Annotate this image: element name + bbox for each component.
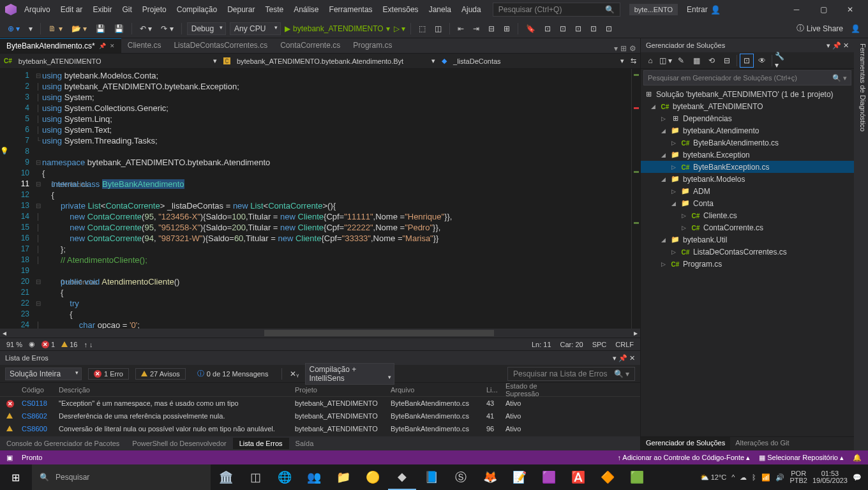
taskview-icon[interactable]: ◫ [241, 464, 269, 490]
weather-widget[interactable]: ⛅ 12°C [700, 473, 727, 482]
menu-teste[interactable]: Teste [260, 3, 289, 17]
solution-search-input[interactable]: Pesquisar em Gerenciador de Soluções (Ct… [643, 70, 851, 85]
warnings-toggle[interactable]: 27 Avisos [135, 368, 186, 380]
home-icon[interactable]: ⌂ [643, 54, 657, 68]
cloud-icon[interactable]: ☁ [740, 473, 747, 482]
expand-icon[interactable]: ▷ [671, 188, 678, 195]
expand-icon[interactable]: ▷ [671, 164, 678, 170]
tree-item[interactable]: ▷C#ListaDeContasCorrentes.cs [641, 246, 854, 258]
teams-icon[interactable]: 👥 [300, 464, 328, 490]
encoding-indicator[interactable]: CRLF [615, 341, 634, 348]
breakpoint-gutter[interactable]: 💡 [0, 69, 9, 329]
tb-uncomment[interactable]: ⊞ [501, 23, 513, 34]
menu-arquivo[interactable]: Arquivo [19, 3, 56, 17]
lang-indicator[interactable]: PORPTB2 [789, 470, 807, 484]
tb-comment[interactable]: ⊟ [486, 23, 497, 34]
expand-icon[interactable]: ◢ [661, 176, 668, 182]
repo-button[interactable]: ▦ Selecionar Repositório ▴ [759, 454, 844, 462]
expand-icon[interactable]: ▷ [682, 225, 688, 231]
menu-análise[interactable]: Análise [288, 3, 324, 17]
chrome-icon[interactable]: 🟡 [359, 464, 387, 490]
sync-icon[interactable]: ✎ [674, 54, 688, 68]
menu-ajuda[interactable]: Ajuda [456, 3, 486, 17]
tree-item[interactable]: ▷C#ContaCorrente.cs [641, 221, 854, 234]
source-control-button[interactable]: ↑ Adicionar ao Controle do Código-Fonte … [617, 454, 750, 462]
wifi-icon[interactable]: 📶 [761, 473, 770, 482]
scope-combo[interactable]: Solução Inteira [5, 368, 82, 380]
menu-edit ar[interactable]: Edit ar [56, 3, 88, 17]
redo-button[interactable]: ↷ ▾ [158, 23, 176, 34]
saveall-button[interactable]: 💾 [112, 23, 126, 34]
tree-item[interactable]: ▷⊞Dependências [641, 112, 854, 124]
expand-icon[interactable]: ◢ [671, 200, 678, 207]
menu-extensões[interactable]: Extensões [378, 3, 424, 17]
expand-icon[interactable]: ◢ [661, 152, 668, 158]
showall-icon[interactable]: ▦ [689, 54, 703, 68]
config-combo[interactable]: Debug [187, 22, 226, 35]
solution-tab[interactable]: Alterações do Git [730, 437, 794, 450]
tb-indent-1[interactable]: ⇤ [455, 23, 467, 34]
pin-icon[interactable]: 📌 [618, 354, 627, 362]
editor-tab[interactable]: ByteBankAtendimento.cs*📌✕ [0, 38, 121, 53]
wrench-icon[interactable]: 🔧 ▾ [775, 54, 789, 68]
menu-projeto[interactable]: Projeto [137, 3, 172, 17]
bell-icon[interactable]: 🔔 [853, 454, 862, 462]
volume-icon[interactable]: 🔊 [775, 473, 784, 482]
menu-exibir[interactable]: Exibir [87, 3, 117, 17]
panel-opts-icon[interactable]: ▾ [613, 354, 617, 362]
undo-button[interactable]: ↶ ▾ [137, 23, 154, 34]
skype-icon[interactable]: Ⓢ [447, 464, 475, 490]
error-row[interactable]: CS8600Conversão de literal nula ou possí… [0, 422, 640, 435]
signin-button[interactable]: Entrar 👤 [687, 5, 721, 15]
diagnostic-tools-tab[interactable]: Ferramentas de Diagnóstico [854, 38, 868, 450]
tree-item[interactable]: ◢📁Conta [641, 197, 854, 209]
menu-git[interactable]: Git [117, 3, 137, 17]
solution-tree[interactable]: ⊞ Solução 'bytebank_ATENDIMENTO' (1 de 1… [641, 87, 854, 436]
tree-item[interactable]: ▷C#ByteBankException.cs [641, 161, 854, 173]
spaces-indicator[interactable]: SPC [592, 341, 607, 348]
tb-misc-5[interactable]: ⊡ [603, 23, 615, 34]
tree-item[interactable]: ▷📁ADM [641, 185, 854, 197]
messages-toggle[interactable]: ⓘ 0 de 12 Mensagens [192, 368, 274, 380]
bottom-tab[interactable]: Lista de Erros [233, 438, 289, 449]
start-noattach-button[interactable]: ▷ ▾ [394, 24, 405, 33]
explorer-icon[interactable]: 📁 [329, 464, 357, 490]
close-icon[interactable]: ✕ [110, 43, 115, 49]
errors-toggle[interactable]: ✕ 1 Erro [88, 368, 129, 380]
tree-item[interactable]: ◢📁bytebank.Exception [641, 149, 854, 161]
notifications-icon[interactable]: 💬 [853, 473, 862, 482]
warning-count[interactable]: 16 [61, 341, 77, 348]
collapse-icon[interactable]: ⊟ [720, 54, 734, 68]
tree-item[interactable]: ◢📁bytebank.Atendimento [641, 124, 854, 137]
nav-project[interactable]: bytebank_ATENDIMENTO ▾ [15, 56, 221, 66]
clear-icon[interactable]: ✕ᵧ [290, 369, 299, 378]
menu-janela[interactable]: Janela [424, 3, 456, 17]
panel-opts-icon[interactable]: ▾ [827, 41, 830, 49]
preview-icon[interactable]: 👁 [755, 54, 769, 68]
editor-tab[interactable]: ListaDeContasCorrentes.cs [167, 38, 274, 53]
close-button[interactable]: ✕ [837, 0, 863, 19]
tree-item[interactable]: ▷C#Program.cs [641, 258, 854, 270]
firefox-icon[interactable]: 🦊 [476, 464, 504, 490]
solution-root[interactable]: ⊞ Solução 'bytebank_ATENDIMENTO' (1 de 1… [641, 88, 854, 100]
code-content[interactable]: using bytebank.Modelos.Conta;using byteb… [42, 69, 631, 329]
app2-icon[interactable]: 🟩 [623, 464, 651, 490]
tree-item[interactable]: ▷C#ByteBankAtendimento.cs [641, 137, 854, 149]
zoom-level[interactable]: 91 % [6, 341, 22, 348]
tb-misc-2[interactable]: ⊡ [557, 23, 569, 34]
editor-tab[interactable]: Cliente.cs [121, 38, 168, 53]
tb-bookmark[interactable]: 🔖 [523, 23, 538, 34]
expand-icon[interactable]: ◢ [661, 128, 668, 134]
tree-item[interactable]: ▷C#Cliente.cs [641, 209, 854, 221]
minimize-button[interactable]: ─ [784, 0, 809, 19]
tree-item[interactable]: ◢📁bytebank.Util [641, 234, 854, 246]
error-row[interactable]: ✕CS0118"Exception" é um namespace, mas é… [0, 397, 640, 410]
solution-tab[interactable]: Gerenciador de Soluções [641, 437, 730, 450]
start-button[interactable]: ▶ bytebank_ATENDIMENTO ▾ [285, 24, 390, 33]
tb-indent-2[interactable]: ⇥ [470, 23, 482, 34]
editor-tab[interactable]: ContaCorrente.cs [274, 38, 347, 53]
build-combo[interactable]: Compilação + IntelliSens [305, 363, 394, 385]
pin-icon[interactable]: 📌 [832, 41, 841, 49]
edge-icon[interactable]: 🌐 [271, 464, 299, 490]
expand-icon[interactable]: ▷ [671, 140, 678, 146]
